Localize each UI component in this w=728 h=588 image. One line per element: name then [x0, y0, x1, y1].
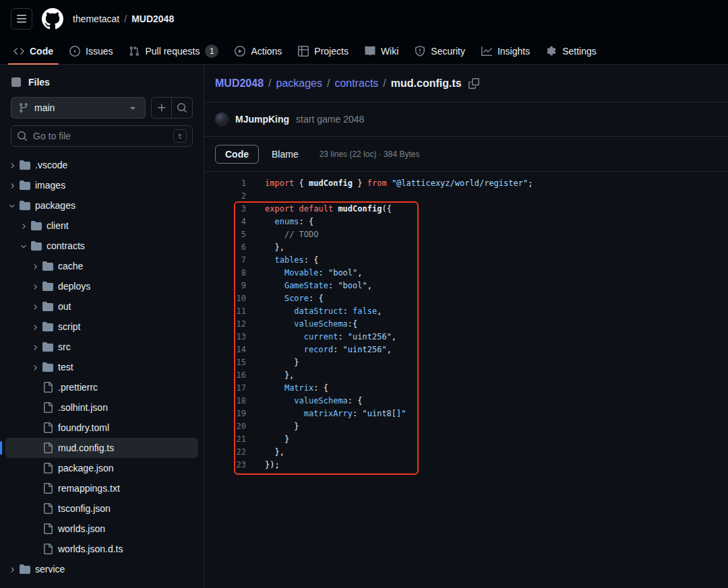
code-text: },	[246, 241, 284, 254]
code-text	[246, 190, 265, 203]
tab-label: Security	[431, 46, 465, 57]
file-actions-group	[151, 97, 193, 119]
tab-insights[interactable]: Insights	[476, 38, 535, 64]
breadcrumb-link-packages[interactable]: packages	[276, 77, 322, 89]
tree-folder-service[interactable]: service	[5, 559, 198, 579]
tree-folder-.vscode[interactable]: .vscode	[5, 155, 198, 175]
tab-actions[interactable]: Actions	[229, 38, 287, 64]
search-icon	[177, 102, 187, 113]
avatar[interactable]	[215, 112, 229, 126]
commit-author-link[interactable]: MJumpKing	[235, 114, 289, 125]
tab-label: Wiki	[381, 46, 398, 57]
tab-issues[interactable]: Issues	[64, 38, 118, 64]
tree-item-label: src	[58, 341, 71, 352]
commit-message-link[interactable]: start game 2048	[296, 114, 364, 125]
chevron-right-icon	[31, 322, 40, 331]
line-number[interactable]: 13	[204, 331, 246, 344]
line-number[interactable]: 6	[204, 241, 246, 254]
tree-file-package.json[interactable]: package.json	[5, 458, 198, 478]
line-number[interactable]: 1	[204, 177, 246, 190]
github-logo-icon[interactable]	[42, 8, 63, 30]
tab-settings[interactable]: Settings	[541, 38, 602, 64]
view-tab-code[interactable]: Code	[215, 145, 259, 164]
line-number[interactable]: 17	[204, 382, 246, 395]
folder-icon	[20, 564, 30, 575]
tree-folder-client[interactable]: client	[5, 216, 198, 236]
line-number[interactable]: 19	[204, 407, 246, 420]
tree-folder-packages[interactable]: packages	[5, 195, 198, 216]
tree-file-.prettierrc[interactable]: .prettierrc	[5, 377, 198, 397]
tree-folder-test[interactable]: test	[5, 357, 198, 377]
tab-code[interactable]: Code	[8, 38, 59, 64]
repo-owner-link[interactable]: themetacat	[73, 13, 119, 24]
tree-folder-src[interactable]: src	[5, 337, 198, 357]
issue-opened-icon	[69, 46, 80, 57]
folder-icon	[42, 362, 53, 372]
code-text: valueSchema: {	[246, 395, 363, 407]
repo-name-link[interactable]: MUD2048	[131, 13, 174, 24]
line-number[interactable]: 11	[204, 305, 246, 318]
tree-item-label: .solhint.json	[58, 402, 108, 413]
chevron-right-icon	[8, 564, 18, 574]
code-text: // TODO	[246, 228, 318, 241]
breadcrumb-link-MUD2048[interactable]: MUD2048	[215, 77, 264, 89]
code-line-9: 9 GameState: "bool",	[204, 280, 728, 292]
line-number[interactable]: 21	[204, 433, 246, 446]
tree-folder-contracts[interactable]: contracts	[5, 236, 198, 256]
play-icon	[235, 46, 245, 57]
line-number[interactable]: 7	[204, 254, 246, 267]
code-text: }	[246, 356, 299, 369]
code-line-7: 7 tables: {	[204, 254, 728, 267]
tree-folder-script[interactable]: script	[5, 317, 198, 337]
tab-wiki[interactable]: Wiki	[359, 38, 404, 64]
line-number[interactable]: 2	[204, 190, 246, 203]
tab-projects[interactable]: Projects	[293, 38, 354, 64]
line-number[interactable]: 16	[204, 369, 246, 382]
line-number[interactable]: 23	[204, 459, 246, 471]
line-number[interactable]: 15	[204, 356, 246, 369]
tree-file-remappings.txt[interactable]: remappings.txt	[5, 478, 198, 498]
line-number[interactable]: 5	[204, 228, 246, 241]
hamburger-button[interactable]	[11, 8, 32, 30]
folder-icon	[20, 160, 30, 170]
tree-item-label: deploys	[58, 281, 90, 292]
tree-folder-cache[interactable]: cache	[5, 256, 198, 276]
line-number[interactable]: 20	[204, 420, 246, 433]
code-text: Score: {	[246, 292, 324, 305]
file-icon	[42, 382, 53, 393]
tree-folder-images[interactable]: images	[5, 175, 198, 195]
line-number[interactable]: 8	[204, 267, 246, 280]
branch-selector[interactable]: main	[11, 97, 146, 119]
tree-file-tsconfig.json[interactable]: tsconfig.json	[5, 498, 198, 519]
line-number[interactable]: 12	[204, 318, 246, 331]
graph-icon	[481, 46, 492, 57]
line-number[interactable]: 10	[204, 292, 246, 305]
line-number[interactable]: 14	[204, 344, 246, 356]
tab-pull-requests[interactable]: Pull requests1	[123, 38, 224, 64]
tree-file-worlds.json[interactable]: worlds.json	[5, 519, 198, 539]
tree-item-label: cache	[58, 261, 83, 271]
search-this-repo-button[interactable]	[172, 97, 193, 119]
collapse-sidebar-icon[interactable]	[11, 77, 22, 88]
line-number[interactable]: 9	[204, 280, 246, 292]
code-line-10: 10 Score: {	[204, 292, 728, 305]
tree-file-.solhint.json[interactable]: .solhint.json	[5, 397, 198, 418]
tree-folder-out[interactable]: out	[5, 296, 198, 317]
line-number[interactable]: 22	[204, 446, 246, 459]
add-file-button[interactable]	[151, 97, 172, 119]
tree-file-foundry.toml[interactable]: foundry.toml	[5, 418, 198, 438]
line-number[interactable]: 3	[204, 203, 246, 216]
tab-label: Code	[30, 46, 53, 57]
copy-path-button[interactable]	[468, 78, 479, 89]
view-tab-blame[interactable]: Blame	[262, 145, 309, 164]
code-line-12: 12 valueSchema:{	[204, 318, 728, 331]
tree-file-worlds.json.d.ts[interactable]: worlds.json.d.ts	[5, 539, 198, 559]
tree-file-mud.config.ts[interactable]: mud.config.ts	[5, 438, 198, 458]
line-number[interactable]: 4	[204, 216, 246, 228]
line-number[interactable]: 18	[204, 395, 246, 407]
go-to-file-input[interactable]: Go to file t	[11, 125, 193, 147]
chevron-right-icon	[31, 261, 40, 271]
tree-folder-deploys[interactable]: deploys	[5, 276, 198, 296]
tab-security[interactable]: Security	[409, 38, 471, 64]
breadcrumb-link-contracts[interactable]: contracts	[334, 77, 378, 89]
